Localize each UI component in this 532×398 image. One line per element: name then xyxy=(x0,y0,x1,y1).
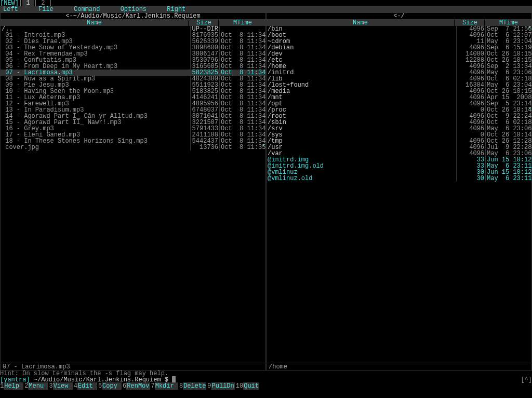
fkey-edit[interactable]: Edit xyxy=(77,382,97,390)
file-name: @vmlinuz.old xyxy=(267,175,457,182)
file-name: /var xyxy=(267,150,457,157)
file-name: cover.jpg* xyxy=(1,144,191,150)
col-name[interactable]: Name xyxy=(1,20,189,26)
file-name: /lib xyxy=(267,76,457,82)
file-name: 07 - Lacrimosa.mp3 xyxy=(1,70,191,76)
file-name: 11 - Lux Aeterna.mp3 xyxy=(1,94,191,101)
fkey-view[interactable]: View xyxy=(53,382,73,390)
fkey-num: 5 xyxy=(98,382,102,390)
col-name[interactable]: Name xyxy=(267,20,455,26)
file-size: 30 xyxy=(457,175,486,182)
file-name: /sys xyxy=(267,132,457,138)
fkey-help[interactable]: Help xyxy=(4,382,23,390)
file-name: 03 - The Snow of Yesterday.mp3 xyxy=(1,45,191,51)
left-panel[interactable]: <-~/Audio/Music/Karl.Jenkins.Requiem Nam… xyxy=(0,12,266,370)
left-panel-title: <-~/Audio/Music/Karl.Jenkins.Requiem xyxy=(1,13,265,19)
menu-file[interactable]: File xyxy=(35,6,57,13)
file-name: /media xyxy=(267,88,457,94)
file-name: 15 - Agorawd Part II_ Nawr!.mp3 xyxy=(1,119,191,126)
file-name: 17 - Eleni Ganed.mp3 xyxy=(1,132,191,138)
file-name: /bin* xyxy=(267,26,457,32)
fkey-delete[interactable]: Delete xyxy=(183,382,206,390)
file-name: /etc xyxy=(267,57,457,63)
file-name: 14 - Agorawd Part I_ Cân yr Alltud.mp3 xyxy=(1,113,191,119)
file-size: 13736 xyxy=(191,144,220,150)
file-name: /dev xyxy=(267,51,457,57)
menu-right[interactable]: Right xyxy=(164,6,189,13)
right-status: /home xyxy=(267,363,531,370)
fkey-num: 9 xyxy=(207,382,211,390)
fkey-num: 4 xyxy=(74,382,77,390)
fkey-num: 10 xyxy=(236,382,243,390)
file-row[interactable]: @vmlinuz.old30May 6 23:11 xyxy=(267,175,531,182)
file-name: 02 - Dies Irae.mp3 xyxy=(1,38,191,45)
fkey-menu[interactable]: Menu xyxy=(28,382,48,390)
file-name: 08 - Now as a Spirit.mp3 xyxy=(1,76,191,82)
file-name: /debian xyxy=(267,45,457,51)
file-mtime: May 6 23:11 xyxy=(486,175,531,182)
col-size[interactable]: Size xyxy=(190,20,219,26)
file-name: 10 - Having Seen the Moon.mp3 xyxy=(1,88,191,94)
fkey-mkdir[interactable]: Mkdir xyxy=(155,382,178,390)
file-name: /proc* xyxy=(267,107,457,113)
fkey-num: 3 xyxy=(49,382,52,390)
file-name: /lost+found xyxy=(267,82,457,88)
file-name: 04 - Rex Tremendae.mp3 xyxy=(1,51,191,57)
file-name: 05 - Confutatis.mp3 xyxy=(1,57,191,63)
file-name: /tmp xyxy=(267,138,457,144)
menu-bar: Left File Command Options Right xyxy=(0,6,532,12)
file-name: /.. xyxy=(1,26,191,32)
file-name: /initrd xyxy=(267,70,457,76)
col-mtime[interactable]: MTime xyxy=(220,20,265,26)
file-name: 13 - In Paradisum.mp3 xyxy=(1,107,191,113)
col-mtime[interactable]: MTime xyxy=(486,20,531,26)
function-keys: 1Help 2Menu 3View 4Edit 5Copy 6RenMov7Mk… xyxy=(0,383,532,390)
file-name: @vmlinuz xyxy=(267,169,457,175)
menu-command[interactable]: Command xyxy=(71,6,103,13)
right-panel-title: <-/ xyxy=(267,13,531,19)
file-name: /mnt xyxy=(267,94,457,101)
menu-options[interactable]: Options xyxy=(117,6,150,13)
file-name: 01 - Introit.mp3 xyxy=(1,32,191,38)
file-name: /root xyxy=(267,113,457,119)
menu-left[interactable]: Left xyxy=(0,6,21,13)
left-file-list[interactable]: /..UP--DIR 01 - Introit.mp38176935Oct 8 … xyxy=(1,26,265,363)
file-name: /opt xyxy=(267,101,457,107)
fkey-copy[interactable]: Copy xyxy=(102,382,122,390)
file-row[interactable]: cover.jpg*13736Oct 8 11:35 xyxy=(1,144,265,150)
file-name: @initrd.img.old xyxy=(267,163,457,169)
fkey-num: 7 xyxy=(151,382,155,390)
col-size[interactable]: Size xyxy=(456,20,485,26)
file-name: /usr xyxy=(267,144,457,150)
fkey-renmov[interactable]: RenMov xyxy=(126,382,150,390)
right-file-list[interactable]: /bin*4096Sep 7 21:56/boot4096Oct 6 12:07… xyxy=(267,26,531,363)
fkey-quit[interactable]: Quit xyxy=(243,382,259,390)
file-name: 16 - Grey.mp3 xyxy=(1,126,191,132)
left-headers: Name Size MTime xyxy=(1,19,265,26)
file-name: /srv xyxy=(267,126,457,132)
file-name: 12 - Farewell.mp3 xyxy=(1,101,191,107)
file-name: 09 - Pie Jesu.mp3 xyxy=(1,82,191,88)
file-name: ~cdrom xyxy=(267,38,457,45)
file-name: 06 - From Deep in My Heart.mp3 xyxy=(1,63,191,70)
file-name: /home xyxy=(267,63,457,70)
file-name: 18 - In These Stones Horizons Sing.mp3 xyxy=(1,138,191,144)
right-headers: Name Size MTime xyxy=(267,19,531,26)
file-name: /boot xyxy=(267,32,457,38)
file-name: /sbin xyxy=(267,119,457,126)
file-name: @initrd.img xyxy=(267,157,457,163)
right-panel[interactable]: <-/ Name Size MTime /bin*4096Sep 7 21:56… xyxy=(266,12,532,370)
left-status: 07 - Lacrimosa.mp3 xyxy=(1,363,265,370)
fkey-pulldn[interactable]: PullDn xyxy=(211,382,235,390)
file-mtime: Oct 8 11:35 xyxy=(220,144,265,150)
